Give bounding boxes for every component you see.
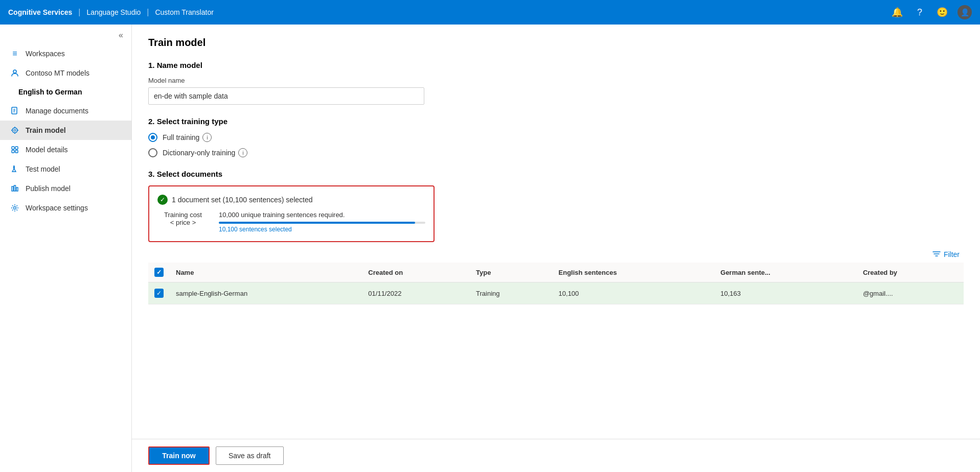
- section1-title: 1. Name model: [148, 61, 964, 69]
- workspaces-icon: ≡: [10, 49, 19, 58]
- svg-rect-11: [12, 147, 14, 149]
- page-title: Train model: [148, 37, 964, 49]
- svg-point-19: [14, 207, 16, 209]
- col-created-by: Created by: [857, 263, 964, 282]
- col-type: Type: [470, 263, 553, 282]
- sidebar-item-contoso[interactable]: Contoso MT models: [0, 63, 131, 83]
- sidebar-label-contoso: Contoso MT models: [26, 69, 89, 77]
- row-checkbox-cell[interactable]: ✓: [148, 282, 170, 304]
- publish-model-icon: [10, 184, 19, 193]
- main-layout: « ≡ Workspaces Contoso MT models English…: [0, 25, 980, 472]
- sidebar-label-train-model: Train model: [26, 126, 66, 134]
- sidebar-item-test-model[interactable]: Test model: [0, 159, 131, 179]
- doc-summary-box: ✓ 1 document set (10,100 sentences) sele…: [148, 185, 435, 242]
- svg-rect-18: [16, 187, 18, 191]
- sidebar-item-workspace-settings[interactable]: Workspace settings: [0, 198, 131, 218]
- svg-rect-16: [12, 186, 13, 191]
- full-training-info-icon[interactable]: i: [202, 133, 212, 142]
- radio-full-label: Full training i: [163, 133, 212, 142]
- help-icon[interactable]: ?: [913, 5, 927, 19]
- cost-label: Training cost < price >: [157, 211, 209, 226]
- sidebar-label-workspaces: Workspaces: [26, 50, 65, 58]
- user-avatar[interactable]: 👤: [958, 5, 972, 19]
- filter-label: Filter: [944, 250, 960, 258]
- row-created-by: @gmail....: [857, 282, 964, 304]
- model-name-label: Model name: [148, 77, 964, 84]
- table-row: ✓ sample-English-German 01/11/2022 Train…: [148, 282, 964, 304]
- sidebar-item-train-model[interactable]: Train model: [0, 121, 131, 140]
- svg-rect-13: [12, 150, 14, 153]
- train-model-icon: [10, 126, 19, 135]
- progress-bar-fill: [219, 222, 415, 224]
- radio-dict-circle: [148, 148, 157, 157]
- train-now-button[interactable]: Train now: [148, 446, 210, 465]
- radio-full-training[interactable]: Full training i: [148, 133, 964, 142]
- workspace-settings-icon: [10, 203, 19, 213]
- col-created-on: Created on: [362, 263, 470, 282]
- row-german-sentences: 10,163: [714, 282, 857, 304]
- svg-point-6: [14, 129, 16, 131]
- collapse-button[interactable]: «: [119, 31, 123, 40]
- sidebar-label-test-model: Test model: [26, 165, 60, 173]
- section2-title: 2. Select training type: [148, 117, 964, 126]
- dict-training-info-icon[interactable]: i: [238, 148, 247, 157]
- svg-rect-14: [15, 150, 18, 153]
- svg-rect-17: [14, 185, 16, 191]
- topbar: Cognitive Services | Language Studio | C…: [0, 0, 980, 25]
- filter-button[interactable]: Filter: [932, 250, 960, 258]
- table-header-row: ✓ Name Created on Type English sentences…: [148, 263, 964, 282]
- svg-point-5: [12, 128, 17, 133]
- sidebar-label-manage-docs: Manage documents: [26, 107, 88, 115]
- sidebar-label-workspace-settings: Workspace settings: [26, 204, 88, 212]
- smiley-icon[interactable]: 🙂: [935, 5, 949, 19]
- row-english-sentences: 10,100: [553, 282, 715, 304]
- sidebar-label-publish-model: Publish model: [26, 184, 71, 193]
- svg-rect-12: [15, 147, 18, 149]
- sidebar-item-workspaces[interactable]: ≡ Workspaces: [0, 44, 131, 63]
- radio-dict-training[interactable]: Dictionary-only training i: [148, 148, 964, 157]
- notification-icon[interactable]: 🔔: [890, 5, 904, 19]
- doc-summary-header: ✓ 1 document set (10,100 sentences) sele…: [157, 195, 425, 205]
- table-body: ✓ sample-English-German 01/11/2022 Train…: [148, 282, 964, 304]
- sidebar: « ≡ Workspaces Contoso MT models English…: [0, 25, 132, 472]
- row-checkbox[interactable]: ✓: [154, 289, 164, 298]
- section-training-type: 2. Select training type Full training i …: [148, 117, 964, 157]
- topbar-sep1: |: [78, 8, 80, 17]
- topbar-language-studio[interactable]: Language Studio: [86, 8, 141, 16]
- cost-selected-text: 10,100 sentences selected: [219, 226, 425, 233]
- section3-title: 3. Select documents: [148, 170, 964, 178]
- sidebar-item-publish-model[interactable]: Publish model: [0, 179, 131, 198]
- sidebar-item-english-german[interactable]: English to German: [0, 83, 131, 101]
- section-name-model: 1. Name model Model name: [148, 61, 964, 105]
- cost-required-text: 10,000 unique training sentences require…: [219, 211, 425, 219]
- sidebar-item-model-details[interactable]: Model details: [0, 140, 131, 159]
- radio-full-circle: [148, 133, 157, 142]
- contoso-icon: [10, 68, 19, 78]
- cost-detail: 10,000 unique training sentences require…: [219, 211, 425, 233]
- content-area: Train model 1. Name model Model name 2. …: [132, 25, 980, 439]
- sidebar-collapse: «: [0, 25, 131, 44]
- col-name: Name: [170, 263, 362, 282]
- sidebar-label-english-german: English to German: [18, 88, 82, 96]
- table-toolbar: Filter: [148, 250, 964, 258]
- table-header: ✓ Name Created on Type English sentences…: [148, 263, 964, 282]
- topbar-brand: Cognitive Services: [8, 8, 72, 16]
- row-created-on: 01/11/2022: [362, 282, 470, 304]
- topbar-custom-translator[interactable]: Custom Translator: [155, 8, 213, 16]
- row-name: sample-English-German: [170, 282, 362, 304]
- topbar-icons: 🔔 ? 🙂 👤: [890, 5, 972, 19]
- training-type-group: Full training i Dictionary-only training…: [148, 133, 964, 157]
- model-details-icon: [10, 145, 19, 154]
- save-draft-button[interactable]: Save as draft: [216, 446, 284, 465]
- model-name-input[interactable]: [148, 87, 424, 105]
- action-bar: Train now Save as draft: [132, 439, 980, 472]
- sidebar-label-model-details: Model details: [26, 146, 68, 154]
- topbar-sep2: |: [147, 8, 149, 17]
- row-type: Training: [470, 282, 553, 304]
- manage-docs-icon: [10, 106, 19, 115]
- test-model-icon: [10, 164, 19, 174]
- doc-summary-text: 1 document set (10,100 sentences) select…: [172, 196, 313, 204]
- select-all-checkbox[interactable]: ✓: [154, 268, 164, 277]
- sidebar-item-manage-docs[interactable]: Manage documents: [0, 101, 131, 121]
- section-select-documents: 3. Select documents ✓ 1 document set (10…: [148, 170, 964, 304]
